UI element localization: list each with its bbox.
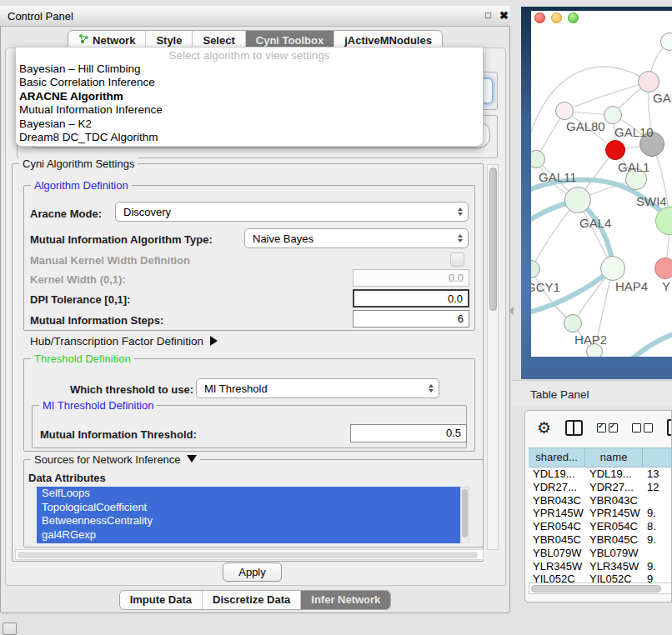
algorithm-item[interactable]: Bayesian – K2	[16, 118, 483, 131]
table-row[interactable]: YIL052CYIL052C9	[529, 572, 672, 582]
algorithm-dropdown-popup: Select algorithm to view settings Bayesi…	[15, 47, 484, 147]
table-cell: 9.	[643, 560, 672, 573]
node-hap4[interactable]	[600, 256, 625, 281]
attribute-item[interactable]: SelfLoops	[37, 487, 460, 501]
settings-vertical-scrollbar[interactable]	[487, 164, 499, 550]
minimized-panel-icon[interactable]	[3, 622, 17, 635]
attribute-item[interactable]: gal4RGexp	[37, 528, 460, 542]
table-cell: YLR345W	[585, 560, 643, 573]
algorithm-item[interactable]: Dream8 DC_TDC Algorithm	[16, 131, 483, 144]
attributes-list-scrollbar[interactable]	[460, 487, 469, 543]
tab-discretize-data[interactable]: Discretize Data	[202, 591, 300, 609]
column-header[interactable]: shared...	[529, 448, 585, 467]
desktop: Control Panel □ ✖ NetworkStyleSelectCyni…	[0, 0, 672, 635]
node-gal10[interactable]	[604, 106, 622, 124]
settings-horizontal-scrollbar[interactable]	[15, 549, 484, 560]
bottom-tabbar: Impute DataDiscretize DataInfer Network	[0, 590, 510, 610]
table-cell: YDL19...	[529, 468, 585, 481]
table-cell: YIL052C	[585, 572, 643, 582]
table-cell: YDR27...	[529, 481, 585, 494]
which-threshold-combo[interactable]: MI Threshold	[196, 378, 439, 398]
network-icon	[78, 33, 89, 47]
panel-title: Control Panel	[8, 10, 73, 22]
select-all-checkbox-icon[interactable]	[597, 423, 618, 432]
sources-title-toggle[interactable]: Sources for Network Inference	[31, 453, 200, 466]
table-row[interactable]: YER054CYER054C8.	[529, 520, 672, 533]
tab-label: Select	[203, 34, 234, 47]
scrollbar-thumb[interactable]	[18, 552, 478, 558]
table-horizontal-scrollbar[interactable]	[529, 582, 672, 594]
deselect-all-checkbox-icon[interactable]	[632, 423, 653, 432]
document-icon[interactable]	[667, 419, 672, 436]
attribute-item[interactable]: BetweennessCentrality	[37, 514, 460, 528]
mi-type-combo[interactable]: Naive Bayes	[244, 228, 469, 248]
column-header[interactable]: name	[585, 448, 643, 467]
manual-kernel-checkbox[interactable]	[450, 252, 464, 267]
node-label: GCY1	[531, 280, 560, 294]
tab-label: Impute Data	[130, 593, 192, 606]
table-cell: YDL19...	[585, 468, 643, 481]
settings-gear-icon[interactable]: ⚙	[537, 420, 551, 436]
table-row[interactable]: YLR345WYLR345W9.	[529, 560, 672, 573]
table-cell: 8.	[643, 520, 672, 533]
algorithm-item[interactable]: Mutual Information Inference	[16, 103, 483, 117]
panel-splitter-icon[interactable]	[509, 307, 514, 315]
table-cell: YPR145W	[585, 507, 643, 520]
aracne-mode-combo[interactable]: Discovery	[115, 202, 469, 222]
node-gal1[interactable]	[605, 140, 625, 160]
table-row[interactable]: YPR145WYPR145W9.	[529, 507, 672, 520]
table-cell: YDR27...	[585, 481, 643, 494]
algorithm-item[interactable]: Basic Correlation Inference	[16, 76, 483, 89]
scrollbar-thumb[interactable]	[489, 168, 497, 311]
node-salmon[interactable]	[654, 258, 672, 279]
tab-label: jActiveMNodules	[344, 34, 432, 47]
window-controls	[534, 12, 579, 23]
table-row[interactable]: YBL079WYBL079W	[529, 547, 672, 560]
close-icon[interactable]: ✖	[499, 9, 509, 22]
dpi-tolerance-field[interactable]: 0.0	[353, 289, 469, 308]
threshold-definition-title: Threshold Definition	[31, 352, 134, 365]
data-attributes-list[interactable]: SelfLoopsTopologicalCoefficientBetweenne…	[37, 487, 460, 543]
node-table: shared...name YDL19...YDL19...13YDR27...…	[529, 448, 672, 582]
float-window-icon[interactable]: □	[485, 9, 491, 21]
algorithm-list: Bayesian – Hill ClimbingBasic Correlatio…	[16, 62, 483, 144]
mi-steps-label: Mutual Information Steps:	[30, 314, 163, 327]
table-row[interactable]: YDL19...YDL19...13	[529, 468, 672, 481]
node-hap2[interactable]	[564, 314, 582, 332]
apply-button[interactable]: Apply	[223, 562, 282, 582]
table-row[interactable]: YBR045CYBR045C9.	[529, 533, 672, 547]
node-label: GAL10	[614, 125, 654, 139]
column-header[interactable]	[643, 448, 672, 467]
network-canvas[interactable]: GAL8GAL80GAL10GAL1GAL11SWI4GAL4GCY1HAP4Y…	[531, 11, 672, 357]
scrollbar-thumb[interactable]	[462, 489, 468, 538]
attribute-item[interactable]: TopologicalCoefficient	[37, 501, 460, 515]
table-row[interactable]: YBR043CYBR043C	[529, 494, 672, 508]
mi-threshold-field[interactable]: 0.5	[350, 424, 467, 442]
table-toolbar: ⚙	[537, 419, 672, 436]
algorithm-item[interactable]: Bayesian – Hill Climbing	[16, 62, 483, 76]
tab-infer-network[interactable]: Infer Network	[300, 591, 390, 609]
algorithm-item[interactable]: ARACNE Algorithm	[16, 90, 483, 103]
mi-type-value: Naive Bayes	[245, 232, 453, 245]
table-cell: 9.	[643, 533, 672, 547]
table-cell: YIL052C	[529, 572, 585, 582]
node-label: GAL4	[579, 216, 611, 230]
zoom-window-icon[interactable]	[568, 12, 579, 23]
table-cell: 9.	[643, 507, 672, 520]
node-label: SWI4	[636, 194, 667, 208]
kernel-width-field[interactable]: 0.0	[353, 269, 469, 287]
minimize-window-icon[interactable]	[551, 12, 562, 23]
combo-spinner-icon	[453, 234, 468, 242]
node-gal80[interactable]	[555, 102, 574, 120]
close-window-icon[interactable]	[534, 12, 545, 23]
hub-definition-toggle[interactable]: Hub/Transcription Factor Definition	[30, 335, 218, 348]
column-layout-icon[interactable]	[565, 420, 583, 436]
aracne-mode-label: Aracne Mode:	[30, 208, 102, 220]
node-gal4[interactable]	[564, 187, 591, 213]
scrollbar-thumb[interactable]	[531, 585, 661, 592]
node-gal8[interactable]	[638, 71, 659, 92]
tab-impute-data[interactable]: Impute Data	[120, 591, 202, 609]
table-row[interactable]: YDR27...YDR27...12	[529, 481, 672, 494]
mi-steps-field[interactable]: 6	[353, 310, 469, 328]
table-cell: 12	[643, 481, 672, 494]
